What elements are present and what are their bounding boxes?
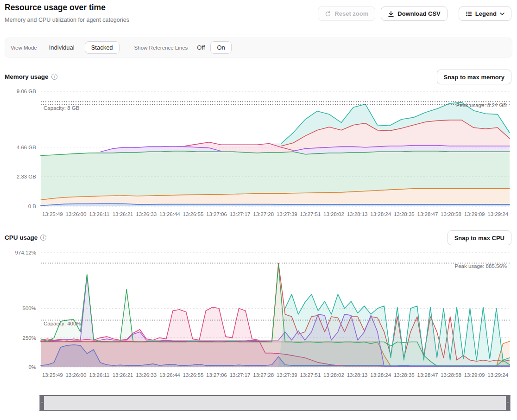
cpu-chart[interactable]: 974.12%500%250%0%Peak usage: 885.56%Capa… xyxy=(0,247,517,382)
page-title: Resource usage over time xyxy=(5,3,106,13)
brush-handle-left[interactable] xyxy=(40,396,44,410)
x-tick-label: 13:25:49 xyxy=(42,372,63,378)
x-tick-label: 13:28:02 xyxy=(323,372,344,378)
brush-handle-right[interactable] xyxy=(506,396,510,410)
x-tick-label: 13:26:00 xyxy=(66,211,87,217)
page-subtitle: Memory and CPU utilization for agent cat… xyxy=(5,17,129,23)
reset-icon xyxy=(325,11,331,17)
x-tick-label: 13:29:24 xyxy=(487,211,508,217)
reference-lines-on-option[interactable]: On xyxy=(210,41,231,54)
x-tick-label: 13:28:13 xyxy=(347,211,368,217)
x-tick-label: 13:25:49 xyxy=(42,211,63,217)
download-csv-button[interactable]: Download CSV xyxy=(381,6,447,21)
snap-to-max-memory-label: Snap to max memory xyxy=(444,74,505,81)
cpu-section-header: CPU usage i xyxy=(5,234,46,241)
x-tick-label: 13:28:24 xyxy=(370,211,391,217)
x-tick-label: 13:28:35 xyxy=(394,372,415,378)
x-tick-label: 13:28:58 xyxy=(441,211,461,217)
y-tick-label: 250% xyxy=(23,335,36,341)
memory-section-header: Memory usage i xyxy=(5,73,57,80)
memory-chart[interactable]: 9.06 GB4.66 GB2.33 GB0 BPeak usage: 8.24… xyxy=(0,86,517,221)
x-tick-label: 13:26:55 xyxy=(183,211,204,217)
chevron-down-icon xyxy=(500,13,504,15)
x-tick-label: 13:26:33 xyxy=(136,211,157,217)
x-tick-label: 13:28:58 xyxy=(441,372,461,378)
x-tick-label: 13:26:00 xyxy=(66,372,87,378)
view-mode-label: View Mode xyxy=(11,45,37,51)
x-tick-label: 13:29:24 xyxy=(487,372,508,378)
legend-label: Legend xyxy=(475,10,497,17)
x-tick-label: 13:28:13 xyxy=(347,372,368,378)
y-tick-label: 4.66 GB xyxy=(17,145,37,150)
snap-to-max-cpu-label: Snap to max CPU xyxy=(454,235,504,242)
show-reference-lines-label: Show Reference Lines xyxy=(134,45,188,51)
x-tick-label: 13:27:51 xyxy=(300,211,321,217)
y-tick-label: 0 B xyxy=(28,204,37,209)
x-tick-label: 13:28:24 xyxy=(370,372,391,378)
y-tick-label: 0% xyxy=(28,364,36,370)
memory-section-title: Memory usage xyxy=(5,73,49,80)
x-tick-label: 13:28:47 xyxy=(417,372,438,378)
info-icon[interactable]: i xyxy=(51,74,57,80)
reference-line-label: Peak usage: 885.56% xyxy=(454,263,507,269)
y-tick-label: 500% xyxy=(23,305,36,311)
brush-handle-grip xyxy=(507,402,509,404)
x-tick-label: 13:27:06 xyxy=(206,372,227,378)
x-tick-label: 13:27:17 xyxy=(230,372,251,378)
legend-list-icon xyxy=(466,11,472,17)
view-controls-bar: View Mode Individual Stacked Show Refere… xyxy=(5,38,512,57)
x-tick-label: 13:27:06 xyxy=(206,211,227,217)
x-tick-label: 13:29:09 xyxy=(464,372,485,378)
x-tick-label: 13:27:28 xyxy=(253,372,274,378)
x-tick-label: 13:28:02 xyxy=(323,211,344,217)
x-tick-label: 13:27:39 xyxy=(277,211,297,217)
x-tick-label: 13:26:44 xyxy=(159,372,180,378)
x-tick-label: 13:26:11 xyxy=(89,372,110,378)
x-tick-label: 13:27:28 xyxy=(253,211,274,217)
x-tick-label: 13:26:21 xyxy=(113,211,133,217)
x-tick-label: 13:29:09 xyxy=(464,211,485,217)
y-tick-label: 2.33 GB xyxy=(17,174,37,179)
y-tick-label: 9.06 GB xyxy=(17,89,37,94)
snap-to-max-cpu-button[interactable]: Snap to max CPU xyxy=(448,230,511,245)
reference-line-label: Capacity: 400% xyxy=(44,321,81,326)
x-tick-label: 13:28:35 xyxy=(394,211,415,217)
legend-button[interactable]: Legend xyxy=(459,6,511,21)
x-tick-label: 13:26:44 xyxy=(159,211,180,217)
x-tick-label: 13:26:11 xyxy=(89,211,110,217)
reset-zoom-label: Reset zoom xyxy=(334,10,368,17)
reference-line-label: Capacity: 8 GB xyxy=(44,105,80,111)
x-tick-label: 13:27:39 xyxy=(277,372,297,378)
download-icon xyxy=(388,11,394,17)
brush-handle-grip xyxy=(41,402,43,404)
x-tick-label: 13:28:47 xyxy=(417,211,438,217)
view-mode-stacked-option[interactable]: Stacked xyxy=(85,41,120,54)
view-mode-individual-option[interactable]: Individual xyxy=(49,44,75,51)
x-tick-label: 13:27:17 xyxy=(230,211,251,217)
x-tick-label: 13:26:55 xyxy=(183,372,204,378)
cpu-section-title: CPU usage xyxy=(5,234,38,241)
reference-lines-off-option[interactable]: Off xyxy=(197,44,205,51)
snap-to-max-memory-button[interactable]: Snap to max memory xyxy=(437,70,512,84)
y-tick-label: 974.12% xyxy=(15,250,36,255)
info-icon[interactable]: i xyxy=(40,235,46,241)
time-range-brush[interactable] xyxy=(39,395,511,411)
download-csv-label: Download CSV xyxy=(397,10,440,17)
x-tick-label: 13:27:51 xyxy=(300,372,321,378)
x-tick-label: 13:26:21 xyxy=(113,372,133,378)
header-actions: Reset zoom Download CSV Legend xyxy=(318,6,511,21)
x-tick-label: 13:26:33 xyxy=(136,372,157,378)
reset-zoom-button[interactable]: Reset zoom xyxy=(318,6,375,21)
